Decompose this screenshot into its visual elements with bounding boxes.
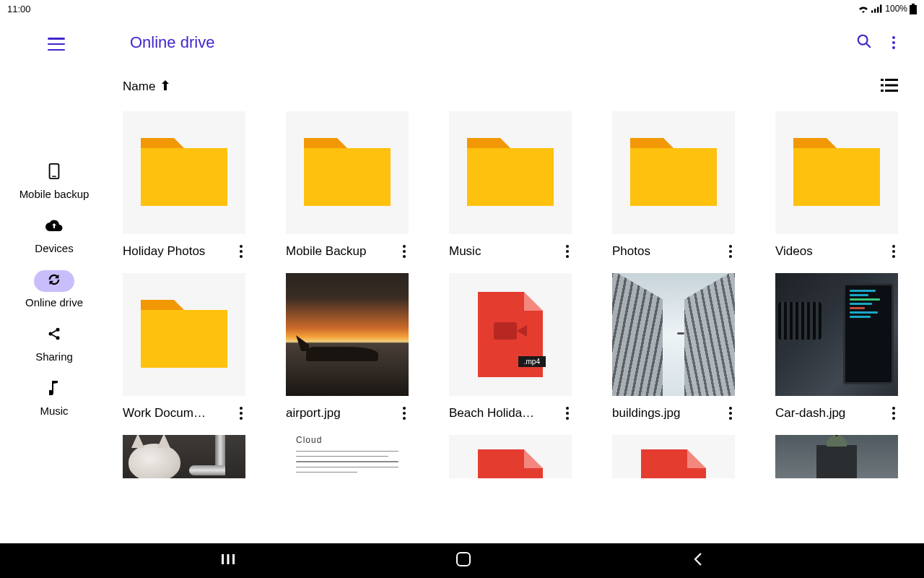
sidebar-item-sharing[interactable]: Sharing	[0, 322, 108, 373]
svg-rect-16	[885, 85, 898, 87]
item-menu-button[interactable]	[237, 407, 245, 420]
svg-rect-3	[880, 4, 881, 12]
search-button[interactable]	[856, 33, 872, 52]
file-item[interactable]	[612, 435, 735, 478]
header: Online drive	[108, 17, 904, 68]
sidebar-item-label: Mobile backup	[19, 188, 90, 200]
item-name: Beach Holida…	[449, 406, 534, 420]
svg-rect-15	[881, 85, 884, 87]
document-thumbnail: Cloud	[286, 435, 409, 478]
file-item[interactable]	[449, 435, 572, 478]
folder-item[interactable]: Music	[449, 111, 572, 259]
svg-rect-14	[885, 79, 898, 81]
cloud-upload-icon	[45, 220, 63, 234]
battery-percent: 100%	[885, 4, 907, 14]
svg-rect-5	[910, 5, 917, 14]
item-menu-button[interactable]	[237, 245, 245, 258]
item-menu-button[interactable]	[563, 245, 572, 258]
sidebar-nav: Mobile backup Devices Online drive Shari…	[0, 159, 108, 427]
status-time: 11:00	[7, 4, 31, 14]
file-item[interactable]: airport.jpg	[286, 273, 409, 420]
home-button[interactable]	[456, 551, 471, 570]
svg-point-9	[49, 332, 53, 336]
sidebar-item-devices[interactable]: Devices	[0, 213, 108, 264]
file-item[interactable]	[775, 435, 898, 478]
wifi-icon	[858, 4, 869, 13]
video-thumbnail: .mp4	[449, 273, 572, 396]
folder-thumbnail	[775, 111, 898, 234]
svg-rect-21	[232, 554, 235, 564]
svg-line-12	[866, 43, 870, 47]
view-toggle-button[interactable]	[881, 79, 898, 95]
sidebar-item-label: Sharing	[35, 350, 73, 363]
svg-rect-2	[877, 7, 879, 13]
svg-rect-20	[227, 554, 229, 564]
more-options-button[interactable]	[892, 36, 895, 49]
sidebar: Mobile backup Devices Online drive Shari…	[0, 17, 108, 543]
sidebar-item-online-drive[interactable]: Online drive	[0, 267, 108, 319]
share-icon	[47, 327, 61, 344]
sort-button[interactable]: Name	[123, 79, 170, 94]
folder-item[interactable]: Videos	[775, 111, 898, 259]
folder-thumbnail	[612, 111, 735, 234]
folder-item[interactable]: Mobile Backup	[286, 111, 409, 259]
page-title: Online drive	[130, 33, 214, 52]
sidebar-item-label: Devices	[35, 242, 73, 254]
item-name: Mobile Backup	[286, 244, 367, 259]
item-menu-button[interactable]	[563, 407, 572, 420]
recents-button[interactable]	[221, 552, 235, 569]
svg-point-8	[56, 328, 60, 332]
file-thumbnail	[612, 435, 735, 478]
folder-thumbnail	[123, 111, 245, 234]
folder-item[interactable]: Photos	[612, 111, 735, 259]
item-name: Music	[449, 244, 481, 259]
doc-thumb-title: Cloud	[296, 435, 398, 445]
item-menu-button[interactable]	[726, 245, 735, 258]
svg-rect-18	[885, 90, 898, 92]
item-name: Photos	[612, 244, 650, 259]
svg-rect-17	[881, 90, 884, 92]
sidebar-item-music[interactable]: Music	[0, 376, 108, 427]
file-item[interactable]: buildings.jpg	[612, 273, 735, 420]
sort-label: Name	[123, 79, 155, 94]
image-thumbnail	[123, 435, 245, 478]
item-name: airport.jpg	[286, 406, 341, 420]
item-menu-button[interactable]	[889, 245, 898, 258]
item-menu-button[interactable]	[726, 407, 735, 420]
folder-item[interactable]: Work Docum…	[123, 273, 245, 420]
folder-item[interactable]: Holiday Photos	[123, 111, 245, 259]
arrow-up-icon	[161, 79, 170, 94]
subheader: Name	[123, 72, 904, 101]
file-item[interactable]: .mp4 Beach Holida…	[449, 273, 572, 420]
image-thumbnail	[286, 273, 409, 396]
item-name: Car-dash.jpg	[775, 406, 845, 420]
battery-icon	[910, 4, 917, 14]
back-button[interactable]	[692, 552, 704, 569]
sidebar-item-mobile-backup[interactable]: Mobile backup	[0, 159, 108, 210]
item-name: buildings.jpg	[612, 406, 681, 420]
svg-point-10	[56, 336, 60, 340]
main-content: Online drive Name	[108, 17, 924, 543]
smartphone-icon	[48, 163, 60, 182]
signal-icon	[871, 4, 883, 13]
file-item[interactable]: Car-dash.jpg	[775, 273, 898, 420]
status-right: 100%	[858, 4, 917, 14]
svg-rect-7	[52, 176, 56, 176]
item-name: Videos	[775, 244, 813, 259]
svg-rect-22	[457, 553, 470, 566]
system-nav-bar	[0, 543, 924, 578]
file-thumbnail	[449, 435, 572, 478]
item-menu-button[interactable]	[400, 407, 409, 420]
folder-thumbnail	[286, 111, 409, 234]
item-menu-button[interactable]	[400, 245, 409, 258]
image-thumbnail	[612, 273, 735, 396]
status-bar: 11:00 100%	[0, 0, 924, 17]
file-item[interactable]: Cloud	[286, 435, 409, 478]
image-thumbnail	[775, 273, 898, 396]
item-menu-button[interactable]	[889, 407, 898, 420]
file-item[interactable]	[123, 435, 245, 478]
item-name: Work Docum…	[123, 406, 206, 420]
svg-rect-1	[874, 9, 876, 13]
folder-thumbnail	[449, 111, 572, 234]
menu-button[interactable]	[48, 38, 65, 51]
